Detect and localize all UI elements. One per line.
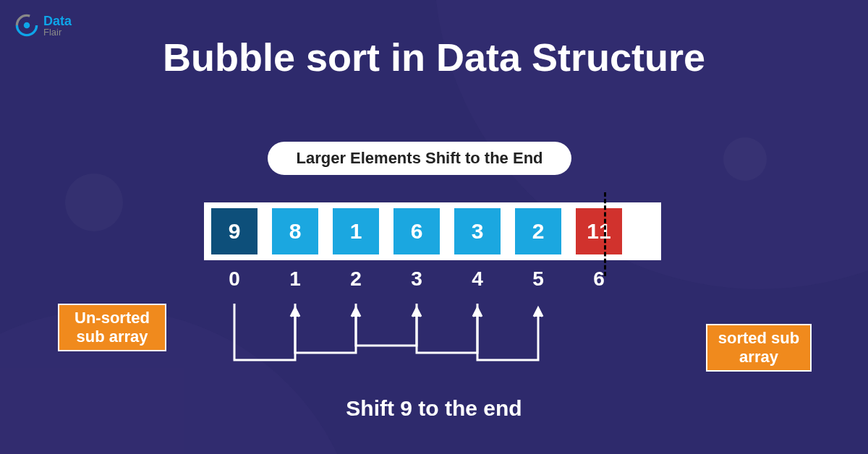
bottom-caption: Shift 9 to the end <box>0 396 868 421</box>
unsorted-label: Un-sorted sub array <box>58 304 166 351</box>
partition-divider <box>604 192 606 276</box>
array-cell-3: 6 <box>393 208 440 254</box>
index-2: 2 <box>333 267 379 291</box>
shift-arrows-icon <box>204 296 595 376</box>
logo-text-top: Data <box>43 14 72 27</box>
index-0: 0 <box>211 267 258 291</box>
bg-shape <box>723 137 767 181</box>
index-1: 1 <box>272 267 318 291</box>
sorted-label: sorted sub array <box>706 324 812 372</box>
index-3: 3 <box>393 267 440 291</box>
description-pill: Larger Elements Shift to the End <box>268 142 571 175</box>
array-cell-1: 8 <box>272 208 318 254</box>
logo: Data Flair <box>14 13 72 38</box>
array-cell-5: 2 <box>515 208 561 254</box>
index-5: 5 <box>515 267 561 291</box>
bg-shape <box>65 174 123 231</box>
array-container: 9 8 1 6 3 2 11 <box>204 202 661 260</box>
index-6: 6 <box>576 267 622 291</box>
page-title: Bubble sort in Data Structure <box>0 35 868 80</box>
array-cell-4: 3 <box>454 208 501 254</box>
index-row: 0 1 2 3 4 5 6 <box>204 267 661 291</box>
array-cell-0: 9 <box>211 208 258 254</box>
logo-icon <box>14 13 39 38</box>
index-4: 4 <box>454 267 501 291</box>
svg-point-2 <box>24 22 30 29</box>
array-cell-2: 1 <box>333 208 379 254</box>
array-cell-6: 11 <box>576 208 622 254</box>
